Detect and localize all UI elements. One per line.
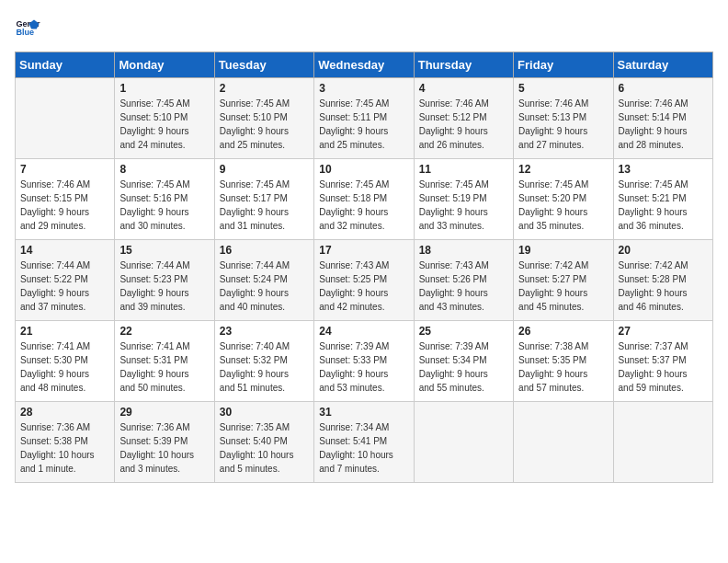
day-number: 3 bbox=[319, 82, 408, 95]
day-number: 5 bbox=[518, 82, 608, 95]
logo-icon: General Blue bbox=[15, 15, 40, 40]
day-number: 15 bbox=[119, 244, 209, 257]
logo: General Blue bbox=[15, 15, 44, 40]
calendar-cell: 17Sunrise: 7:43 AM Sunset: 5:25 PM Dayli… bbox=[314, 240, 414, 321]
day-info: Sunrise: 7:35 AM Sunset: 5:40 PM Dayligh… bbox=[220, 420, 309, 476]
day-info: Sunrise: 7:37 AM Sunset: 5:37 PM Dayligh… bbox=[619, 339, 708, 395]
day-number: 19 bbox=[518, 244, 608, 257]
page-header: General Blue bbox=[15, 15, 713, 40]
day-info: Sunrise: 7:45 AM Sunset: 5:21 PM Dayligh… bbox=[619, 178, 708, 233]
calendar-cell: 7Sunrise: 7:46 AM Sunset: 5:15 PM Daylig… bbox=[16, 159, 115, 240]
calendar-cell: 5Sunrise: 7:46 AM Sunset: 5:13 PM Daylig… bbox=[514, 78, 613, 159]
calendar-cell: 19Sunrise: 7:42 AM Sunset: 5:27 PM Dayli… bbox=[514, 240, 613, 321]
day-info: Sunrise: 7:45 AM Sunset: 5:19 PM Dayligh… bbox=[419, 178, 508, 233]
calendar-cell: 21Sunrise: 7:41 AM Sunset: 5:30 PM Dayli… bbox=[16, 321, 115, 402]
week-row-5: 28Sunrise: 7:36 AM Sunset: 5:38 PM Dayli… bbox=[16, 402, 713, 483]
day-info: Sunrise: 7:44 AM Sunset: 5:24 PM Dayligh… bbox=[220, 259, 309, 314]
day-number: 22 bbox=[119, 325, 209, 338]
calendar-cell: 14Sunrise: 7:44 AM Sunset: 5:22 PM Dayli… bbox=[16, 240, 115, 321]
calendar-cell: 24Sunrise: 7:39 AM Sunset: 5:33 PM Dayli… bbox=[314, 321, 414, 402]
day-info: Sunrise: 7:44 AM Sunset: 5:23 PM Dayligh… bbox=[119, 259, 209, 314]
day-info: Sunrise: 7:43 AM Sunset: 5:26 PM Dayligh… bbox=[419, 259, 508, 314]
day-number: 6 bbox=[619, 82, 708, 95]
day-number: 12 bbox=[518, 163, 608, 176]
day-info: Sunrise: 7:46 AM Sunset: 5:13 PM Dayligh… bbox=[518, 97, 608, 152]
day-number: 4 bbox=[419, 82, 508, 95]
calendar-cell: 29Sunrise: 7:36 AM Sunset: 5:39 PM Dayli… bbox=[115, 402, 214, 483]
calendar-cell: 9Sunrise: 7:45 AM Sunset: 5:17 PM Daylig… bbox=[214, 159, 313, 240]
calendar-cell: 22Sunrise: 7:41 AM Sunset: 5:31 PM Dayli… bbox=[115, 321, 214, 402]
day-info: Sunrise: 7:46 AM Sunset: 5:12 PM Dayligh… bbox=[419, 97, 508, 152]
day-info: Sunrise: 7:45 AM Sunset: 5:18 PM Dayligh… bbox=[319, 178, 408, 233]
day-info: Sunrise: 7:42 AM Sunset: 5:28 PM Dayligh… bbox=[619, 259, 708, 314]
day-info: Sunrise: 7:40 AM Sunset: 5:32 PM Dayligh… bbox=[220, 339, 309, 395]
calendar-cell: 25Sunrise: 7:39 AM Sunset: 5:34 PM Dayli… bbox=[414, 321, 513, 402]
day-number: 8 bbox=[119, 163, 209, 176]
day-number: 16 bbox=[220, 244, 309, 257]
day-info: Sunrise: 7:42 AM Sunset: 5:27 PM Dayligh… bbox=[518, 259, 608, 314]
day-number: 7 bbox=[20, 163, 109, 176]
day-info: Sunrise: 7:39 AM Sunset: 5:34 PM Dayligh… bbox=[419, 339, 508, 395]
calendar-cell: 23Sunrise: 7:40 AM Sunset: 5:32 PM Dayli… bbox=[214, 321, 313, 402]
day-info: Sunrise: 7:46 AM Sunset: 5:15 PM Dayligh… bbox=[20, 178, 109, 233]
day-number: 9 bbox=[220, 163, 309, 176]
day-number: 28 bbox=[20, 406, 109, 419]
day-number: 24 bbox=[319, 325, 408, 338]
day-info: Sunrise: 7:46 AM Sunset: 5:14 PM Dayligh… bbox=[619, 97, 708, 152]
day-info: Sunrise: 7:39 AM Sunset: 5:33 PM Dayligh… bbox=[319, 339, 408, 395]
svg-text:Blue: Blue bbox=[16, 28, 34, 37]
calendar-table: SundayMondayTuesdayWednesdayThursdayFrid… bbox=[15, 52, 713, 483]
day-header-saturday: Saturday bbox=[613, 52, 712, 78]
calendar-cell bbox=[16, 78, 115, 159]
calendar-cell: 11Sunrise: 7:45 AM Sunset: 5:19 PM Dayli… bbox=[414, 159, 513, 240]
day-info: Sunrise: 7:41 AM Sunset: 5:30 PM Dayligh… bbox=[20, 339, 109, 395]
day-header-friday: Friday bbox=[514, 52, 613, 78]
calendar-cell: 3Sunrise: 7:45 AM Sunset: 5:11 PM Daylig… bbox=[314, 78, 414, 159]
calendar-cell: 16Sunrise: 7:44 AM Sunset: 5:24 PM Dayli… bbox=[214, 240, 313, 321]
day-number: 27 bbox=[619, 325, 708, 338]
day-info: Sunrise: 7:45 AM Sunset: 5:17 PM Dayligh… bbox=[220, 178, 309, 233]
day-header-monday: Monday bbox=[115, 52, 214, 78]
calendar-cell: 4Sunrise: 7:46 AM Sunset: 5:12 PM Daylig… bbox=[414, 78, 513, 159]
day-info: Sunrise: 7:43 AM Sunset: 5:25 PM Dayligh… bbox=[319, 259, 408, 314]
day-info: Sunrise: 7:45 AM Sunset: 5:16 PM Dayligh… bbox=[119, 178, 209, 233]
day-header-wednesday: Wednesday bbox=[314, 52, 414, 78]
calendar-cell bbox=[613, 402, 712, 483]
calendar-cell: 13Sunrise: 7:45 AM Sunset: 5:21 PM Dayli… bbox=[613, 159, 712, 240]
day-number: 23 bbox=[220, 325, 309, 338]
calendar-cell: 31Sunrise: 7:34 AM Sunset: 5:41 PM Dayli… bbox=[314, 402, 414, 483]
day-info: Sunrise: 7:45 AM Sunset: 5:10 PM Dayligh… bbox=[119, 97, 209, 152]
calendar-cell bbox=[414, 402, 513, 483]
week-row-1: 1Sunrise: 7:45 AM Sunset: 5:10 PM Daylig… bbox=[16, 78, 713, 159]
calendar-cell: 26Sunrise: 7:38 AM Sunset: 5:35 PM Dayli… bbox=[514, 321, 613, 402]
day-info: Sunrise: 7:38 AM Sunset: 5:35 PM Dayligh… bbox=[518, 339, 608, 395]
day-header-thursday: Thursday bbox=[414, 52, 513, 78]
calendar-cell: 6Sunrise: 7:46 AM Sunset: 5:14 PM Daylig… bbox=[613, 78, 712, 159]
day-number: 31 bbox=[319, 406, 408, 419]
day-number: 25 bbox=[419, 325, 508, 338]
calendar-cell: 2Sunrise: 7:45 AM Sunset: 5:10 PM Daylig… bbox=[214, 78, 313, 159]
day-number: 1 bbox=[119, 82, 209, 95]
day-info: Sunrise: 7:45 AM Sunset: 5:11 PM Dayligh… bbox=[319, 97, 408, 152]
week-row-3: 14Sunrise: 7:44 AM Sunset: 5:22 PM Dayli… bbox=[16, 240, 713, 321]
day-number: 18 bbox=[419, 244, 508, 257]
day-info: Sunrise: 7:45 AM Sunset: 5:20 PM Dayligh… bbox=[518, 178, 608, 233]
day-info: Sunrise: 7:34 AM Sunset: 5:41 PM Dayligh… bbox=[319, 420, 408, 476]
calendar-cell bbox=[514, 402, 613, 483]
calendar-cell: 15Sunrise: 7:44 AM Sunset: 5:23 PM Dayli… bbox=[115, 240, 214, 321]
day-info: Sunrise: 7:36 AM Sunset: 5:39 PM Dayligh… bbox=[119, 420, 209, 476]
calendar-cell: 28Sunrise: 7:36 AM Sunset: 5:38 PM Dayli… bbox=[16, 402, 115, 483]
day-info: Sunrise: 7:45 AM Sunset: 5:10 PM Dayligh… bbox=[220, 97, 309, 152]
week-row-2: 7Sunrise: 7:46 AM Sunset: 5:15 PM Daylig… bbox=[16, 159, 713, 240]
day-number: 2 bbox=[220, 82, 309, 95]
day-number: 30 bbox=[220, 406, 309, 419]
calendar-cell: 1Sunrise: 7:45 AM Sunset: 5:10 PM Daylig… bbox=[115, 78, 214, 159]
day-number: 14 bbox=[20, 244, 109, 257]
day-info: Sunrise: 7:41 AM Sunset: 5:31 PM Dayligh… bbox=[119, 339, 209, 395]
calendar-cell: 10Sunrise: 7:45 AM Sunset: 5:18 PM Dayli… bbox=[314, 159, 414, 240]
day-header-sunday: Sunday bbox=[16, 52, 115, 78]
day-number: 29 bbox=[119, 406, 209, 419]
day-number: 17 bbox=[319, 244, 408, 257]
week-row-4: 21Sunrise: 7:41 AM Sunset: 5:30 PM Dayli… bbox=[16, 321, 713, 402]
day-number: 26 bbox=[518, 325, 608, 338]
